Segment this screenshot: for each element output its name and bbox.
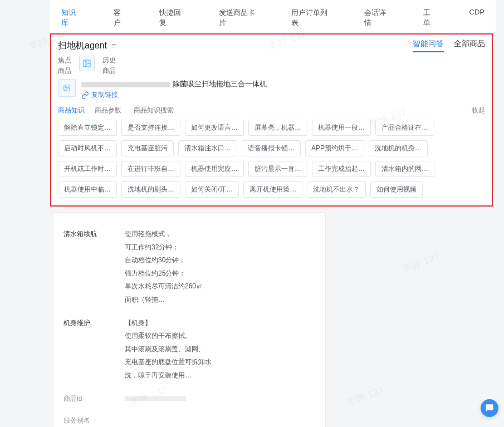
- subtabs-row: 商品知识 商品参数 收起: [58, 104, 485, 116]
- knowledge-chip[interactable]: 屏幕亮，机器…: [248, 120, 307, 136]
- copy-link-label: 复制链接: [91, 90, 118, 100]
- top-nav: 知识库 客户 快捷回复 发送商品卡片 用户订单列表 会话详情 工单 CDP: [50, 0, 496, 33]
- knowledge-chip[interactable]: 如何使用视频: [370, 181, 423, 198]
- spec-line: 洗，晾干再安装使用…: [125, 370, 315, 382]
- spec-row: 服务别名: [63, 415, 315, 427]
- tab-customer[interactable]: 客户: [114, 8, 127, 28]
- spec-line: 单次水耗尽可清洁约260㎡: [125, 281, 315, 293]
- float-help-button[interactable]: [481, 399, 498, 417]
- agent-title: 扫地机agent: [58, 40, 107, 52]
- knowledge-chip[interactable]: 机器使用中临…: [58, 181, 117, 198]
- focus-history-row: 焦点 商品 历史 商品: [58, 56, 485, 76]
- subtab-knowledge[interactable]: 商品知识: [58, 106, 85, 115]
- spec-label: 机身维护: [63, 317, 125, 383]
- knowledge-chip[interactable]: 产品合格证在…: [375, 120, 434, 136]
- tab-quickreply[interactable]: 快捷回复: [159, 8, 186, 28]
- knowledge-chip[interactable]: 是否支持连接…: [121, 120, 180, 136]
- knowledge-chip[interactable]: 如何关闭/开…: [185, 181, 239, 198]
- spec-value: [125, 415, 315, 427]
- tab-session[interactable]: 会话详情: [364, 8, 391, 28]
- knowledge-chip[interactable]: APP预约烘干…: [305, 140, 364, 156]
- product-name: 除菌吸尘扫地拖地三合一体机: [81, 79, 485, 89]
- spec-value: 【机身】使用柔软的干布擦拭。其中滚刷及滚刷盖、滤网、充电基座的底盘位置可拆卸水洗…: [125, 317, 315, 383]
- svg-point-1: [85, 62, 87, 63]
- knowledge-chip[interactable]: 脏污显示一直…: [248, 161, 307, 177]
- knowledge-chip[interactable]: 机器使用完应…: [185, 161, 244, 177]
- spec-line: 强力档位约25分钟；: [125, 268, 315, 280]
- history-goods-label: 商品: [102, 66, 116, 76]
- tab-sendcard[interactable]: 发送商品卡片: [219, 8, 260, 28]
- goods-label: 商品: [58, 66, 71, 76]
- knowledge-chip[interactable]: 充电基座脏污: [121, 140, 174, 156]
- focus-label: 焦点: [58, 56, 71, 65]
- spec-label: 清水箱续航: [63, 228, 125, 307]
- detail-card: 清水箱续航 使用轻拖模式，可工作约32分钟；自动档位约30分钟；强力档位约25分…: [53, 212, 326, 427]
- spec-row: 清水箱续航 使用轻拖模式，可工作约32分钟；自动档位约30分钟；强力档位约25分…: [63, 228, 315, 307]
- product-name-tail: 除菌吸尘扫地拖地三合一体机: [173, 80, 267, 88]
- history-label: 历史: [102, 56, 116, 65]
- knowledge-chip[interactable]: 语音播报卡顿…: [242, 140, 301, 156]
- rtab-allgoods[interactable]: 全部商品: [454, 39, 485, 52]
- knowledge-chip[interactable]: 清水箱注水口…: [178, 140, 237, 156]
- spec-line: 自动档位约30分钟；: [125, 254, 315, 267]
- spec-line: 可工作约32分钟；: [125, 242, 315, 254]
- tab-orders[interactable]: 用户订单列表: [291, 8, 332, 28]
- watermark: 李静 137: [400, 250, 442, 276]
- knowledge-chip[interactable]: 洗地机不出水？: [307, 181, 366, 198]
- knowledge-chip[interactable]: 开机或工作时…: [58, 161, 117, 177]
- spec-row: 商品id: [63, 393, 315, 405]
- tab-cdp[interactable]: CDP: [469, 8, 485, 28]
- tab-knowledge[interactable]: 知识库: [61, 8, 81, 28]
- product-thumb[interactable]: [58, 79, 76, 97]
- spec-value: 使用轻拖模式，可工作约32分钟；自动档位约30分钟；强力档位约25分钟；单次水耗…: [125, 228, 315, 307]
- watermark: 李静 137: [344, 384, 386, 410]
- knowledge-chip[interactable]: 机器使用一段…: [312, 120, 371, 136]
- knowledge-chip[interactable]: 如何更改语言…: [185, 120, 244, 136]
- spec-line: 面积（轻拖…: [125, 294, 315, 306]
- spec-row: 机身维护 【机身】使用柔软的干布擦拭。其中滚刷及滚刷盖、滤网、充电基座的底盘位置…: [63, 317, 315, 383]
- spec-label: 商品id: [63, 393, 125, 405]
- tab-ticket[interactable]: 工单: [423, 8, 437, 28]
- subtab-params[interactable]: 商品参数: [95, 106, 121, 115]
- copy-link[interactable]: 复制链接: [81, 90, 485, 100]
- spec-line: 充电基座的底盘位置可拆卸水: [125, 356, 315, 369]
- knowledge-chip[interactable]: 启动时风机不…: [58, 140, 117, 156]
- collapse-button[interactable]: 收起: [472, 106, 485, 115]
- spec-line: 其中滚刷及滚刷盖、滤网、: [125, 343, 315, 356]
- spec-line: 使用轻拖模式，: [125, 228, 315, 241]
- knowledge-search-input[interactable]: [131, 104, 462, 116]
- product-row: 除菌吸尘扫地拖地三合一体机 复制链接: [58, 79, 485, 100]
- menu-icon[interactable]: ≡: [111, 41, 116, 50]
- focus-thumb[interactable]: [79, 56, 95, 71]
- spec-line: 使用柔软的干布擦拭。: [125, 330, 315, 342]
- spec-line: 【机身】: [125, 317, 315, 330]
- knowledge-chip[interactable]: 洗地机的机身…: [369, 140, 428, 156]
- knowledge-chip[interactable]: 工作完成抬起…: [312, 161, 371, 177]
- knowledge-chip[interactable]: 解除直立锁定…: [58, 120, 117, 136]
- knowledge-chip[interactable]: 离开机使用策…: [243, 181, 302, 198]
- panel-right-tabs: 智能问答 全部商品: [413, 39, 485, 52]
- spec-label: 服务别名: [63, 415, 125, 427]
- rtab-smartqa[interactable]: 智能问答: [413, 39, 444, 52]
- spec-value: [125, 393, 315, 405]
- panel-title-row: 扫地机agent ≡: [58, 40, 116, 52]
- knowledge-chip[interactable]: 清水箱内的网…: [375, 161, 434, 177]
- knowledge-chip[interactable]: 在进行非班自…: [121, 161, 180, 177]
- knowledge-chips: 解除直立锁定…是否支持连接…如何更改语言…屏幕亮，机器…机器使用一段…产品合格证…: [58, 120, 485, 198]
- smart-qa-panel: 扫地机agent ≡ 智能问答 全部商品 焦点 商品 历史 商品 除菌吸尘扫地拖…: [50, 33, 493, 207]
- svg-point-3: [65, 86, 66, 87]
- knowledge-chip[interactable]: 洗地机的刷头…: [121, 181, 180, 198]
